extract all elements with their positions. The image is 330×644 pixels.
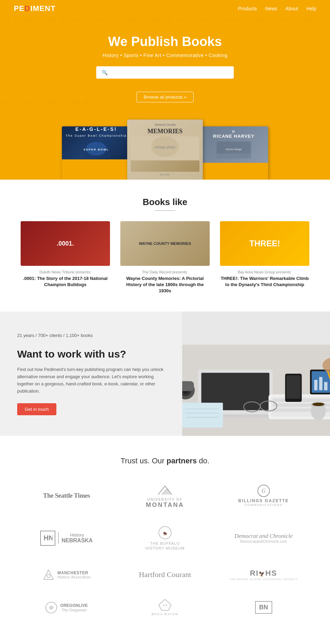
eagles-cover-text: E-A-G-L-E-S! The Super Bowl Championship… — [66, 126, 127, 159]
book-thumb-1: WAYNE COUNTY MEMORIES — [120, 221, 210, 266]
work-section: 21 years / 700+ clients / 1,100+ books W… — [0, 312, 330, 436]
memories-title: MEMORIES — [147, 128, 183, 135]
svg-marker-47 — [44, 570, 53, 579]
partners-grid: The Seattle Times UNIVERSITY OF MONTANA … — [21, 479, 309, 620]
hn-box-icon: HN — [40, 531, 55, 546]
partner-history-nebraska: HN History NEBRASKA — [37, 527, 96, 549]
hero-headline: We Publish Books — [14, 34, 316, 49]
partner-democrat-chronicle: Democrat and Chronicle DemocratandChroni… — [231, 528, 296, 549]
book-title-0: .0001: The Story of the 2017-18 National… — [21, 275, 110, 288]
header: PEDIMENT Products News About Help — [0, 0, 330, 17]
main-nav: Products News About Help — [238, 6, 316, 11]
boca-raton-icon: ✦✦ — [158, 599, 172, 611]
oregonian-icon — [45, 601, 57, 614]
svg-text:🦬: 🦬 — [163, 531, 167, 536]
book-thumb-0: .0001. — [21, 221, 110, 266]
books-like-heading: Books like — [21, 197, 309, 207]
browse-button[interactable]: Browse all products » — [136, 92, 194, 102]
partner-bn: BN — [252, 597, 276, 618]
svg-rect-39 — [314, 380, 318, 390]
svg-rect-21 — [286, 375, 300, 398]
nav-about[interactable]: About — [286, 6, 298, 11]
book-publisher-1: The Daily Record presents: — [120, 270, 210, 274]
partners-heading-suffix: do. — [197, 456, 210, 465]
hero-subtitle: History • Sports • Fine Art • Commemorat… — [14, 53, 316, 58]
book-cover-memories: Ventura County MEMORIES vintage photo EX… — [127, 120, 203, 180]
partners-heading-prefix: Trust us. Our — [121, 456, 167, 465]
memories-top-text: Ventura County — [154, 123, 176, 126]
book-thumb-2: THREE! — [220, 221, 309, 266]
ri-hs-logo: RI🦅HS — [229, 569, 298, 578]
book-card-1: WAYNE COUNTY MEMORIES The Daily Record p… — [120, 221, 210, 294]
bn-logo: BN — [255, 601, 272, 614]
partner-ri-hs: RI🦅HS THE RHODE ISLAND HISTORICAL SOCIET… — [226, 564, 301, 585]
partner-billings-gazette: G BILLINGS GAZETTE COMMUNICATIONS — [235, 481, 292, 510]
svg-point-33 — [312, 403, 324, 406]
book-card-2: THREE! Bay Area News Group presents: THR… — [220, 221, 309, 294]
svg-text:✦✦: ✦✦ — [163, 604, 167, 607]
partner-boca-raton: ✦✦ BOCA RATON — [148, 595, 182, 620]
book-cover-hurricane: H RICANE HARVEY storm image — [199, 126, 268, 180]
work-left: 21 years / 700+ clients / 1,100+ books W… — [0, 312, 182, 436]
book-publisher-0: Duluth News Tribune presents: — [21, 270, 110, 274]
hartford-courant-logo: Hartford Courant — [139, 570, 191, 579]
hurricane-subtitle: H — [213, 130, 254, 134]
heading-divider — [155, 210, 175, 211]
montana-mountain-icon — [144, 483, 186, 496]
svg-text:storm image: storm image — [226, 148, 242, 151]
partner-manchester: MANCHESTER Historic Association — [39, 564, 94, 585]
partners-section: Trust us. Our partners do. The Seattle T… — [0, 436, 330, 634]
hero-book-covers: E-A-G-L-E-S! The Super Bowl Championship… — [14, 120, 316, 180]
svg-text:vintage photo: vintage photo — [155, 145, 175, 149]
partners-heading: Trust us. Our partners do. — [21, 456, 309, 465]
book-publisher-2: Bay Area News Group presents: — [220, 270, 309, 274]
svg-rect-40 — [319, 377, 322, 390]
thumb-label-2: THREE! — [249, 239, 280, 248]
seattle-times-logo: The Seattle Times — [43, 492, 90, 499]
hurricane-title: RICANE HARVEY — [213, 134, 254, 139]
svg-text:HN: HN — [44, 534, 53, 542]
logo[interactable]: PEDIMENT — [14, 4, 56, 13]
search-input[interactable] — [110, 70, 228, 75]
partner-oregonlive: OREGONLIVE The Oregonian — [42, 597, 91, 618]
hero-section: 123456789321654987 147258369741852963 12… — [0, 17, 330, 180]
nav-news[interactable]: News — [265, 6, 277, 11]
search-bar: 🔍 — [96, 66, 234, 79]
svg-rect-30 — [182, 381, 194, 391]
get-in-touch-button[interactable]: Get in touch — [17, 403, 56, 415]
manchester-icon — [42, 568, 55, 581]
book-cover-eagles: E-A-G-L-E-S! The Super Bowl Championship… — [62, 126, 131, 180]
book-title-2: THREE!: The Warriors' Remarkable Climb t… — [220, 275, 309, 288]
work-right-image — [182, 312, 330, 436]
nav-help[interactable]: Help — [306, 6, 316, 11]
buffalo-icon: 🦬 — [158, 526, 172, 540]
nav-products[interactable]: Products — [238, 6, 257, 11]
partner-univ-montana: UNIVERSITY OF MONTANA — [141, 479, 189, 512]
thumb-label-1: WAYNE COUNTY MEMORIES — [139, 241, 191, 246]
svg-text:SUPER BOWL: SUPER BOWL — [84, 148, 109, 151]
svg-rect-22 — [182, 403, 223, 427]
svg-rect-41 — [324, 382, 328, 390]
books-grid: .0001. Duluth News Tribune presents: .00… — [21, 221, 309, 294]
books-like-section: Books like .0001. Duluth News Tribune pr… — [0, 180, 330, 312]
work-heading: Want to work with us? — [17, 347, 165, 361]
partners-heading-bold: partners — [166, 456, 197, 465]
work-stats: 21 years / 700+ clients / 1,100+ books — [17, 332, 165, 339]
svg-point-48 — [47, 574, 50, 578]
svg-rect-8 — [217, 154, 251, 159]
book-title-1: Wayne County Memories: A Pictorial Histo… — [120, 275, 210, 294]
search-icon: 🔍 — [102, 70, 108, 75]
thumb-label-0: .0001. — [57, 240, 74, 247]
book-card-0: .0001. Duluth News Tribune presents: .00… — [21, 221, 110, 294]
partner-seattle-times: The Seattle Times — [40, 485, 93, 506]
partner-buffalo-history: 🦬 THE BUFFALOHISTORY MUSEUM — [142, 522, 188, 554]
partner-hartford-courant: Hartford Courant — [135, 564, 195, 585]
work-body: Find out how Pediment's turn-key publish… — [17, 366, 165, 395]
logo-text: PE — [14, 4, 24, 13]
